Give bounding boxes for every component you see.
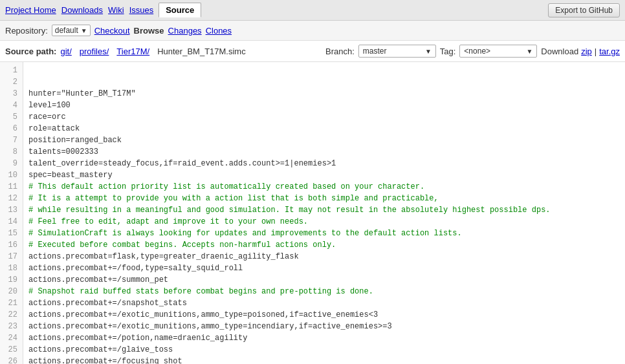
code-area: 1234567891011121314151617181920212223242…: [0, 62, 625, 364]
download-sep: |: [595, 47, 597, 56]
wiki-link[interactable]: Wiki: [108, 5, 124, 15]
code-line: actions.precombat+=/potion,name=draenic_…: [28, 332, 620, 344]
branch-tag-section: Branch: master ▼ Tag: <none> ▼: [325, 45, 537, 58]
code-line: # while resulting in a meaningful and go…: [28, 204, 620, 216]
line-number: 26: [3, 356, 17, 364]
line-number: 5: [3, 111, 17, 123]
browse-link[interactable]: Browse: [134, 26, 164, 36]
line-number: 6: [3, 123, 17, 134]
repository-value: default: [55, 26, 78, 35]
code-line: # SimulationCraft is always looking for …: [28, 228, 620, 239]
code-line: talent_override=steady_focus,if=raid_eve…: [28, 158, 620, 169]
code-line: actions.precombat+=/summon_pet: [28, 274, 620, 286]
code-line: role=attack: [28, 123, 620, 134]
checkout-link[interactable]: Checkout: [94, 26, 130, 36]
line-number: 2: [3, 76, 17, 88]
line-number: 3: [3, 88, 17, 100]
code-line: actions.precombat+=/food,type=salty_squi…: [28, 262, 620, 274]
tag-select[interactable]: <none> ▼: [459, 45, 537, 58]
downloads-link[interactable]: Downloads: [61, 5, 103, 15]
repository-bar: Repository: default ▼ Checkout Browse Ch…: [0, 21, 625, 41]
code-line: actions.precombat+=/focusing_shot: [28, 356, 620, 364]
code-line: actions.precombat+=/exotic_munitions,amm…: [28, 321, 620, 332]
code-line: # It is a attempt to provide you with a …: [28, 193, 620, 204]
branch-label: Branch:: [325, 47, 355, 56]
top-navigation: Project Home Downloads Wiki Issues Sourc…: [0, 0, 625, 21]
line-number: 14: [3, 216, 17, 228]
line-number: 10: [3, 169, 17, 181]
branch-value: master: [363, 47, 387, 56]
line-number: 7: [3, 134, 17, 146]
line-number: 8: [3, 146, 17, 158]
line-number: 4: [3, 100, 17, 111]
code-line: actions.precombat=flask,type=greater_dra…: [28, 251, 620, 262]
line-number: 19: [3, 274, 17, 286]
tag-value: <none>: [464, 47, 490, 56]
code-line: position=ranged_back: [28, 134, 620, 146]
clones-link[interactable]: Clones: [206, 26, 232, 36]
code-line: actions.precombat+=/glaive_toss: [28, 344, 620, 356]
code-line: # Feel free to edit, adapt and improve i…: [28, 216, 620, 228]
line-number: 24: [3, 332, 17, 344]
line-number: 16: [3, 239, 17, 251]
source-tab[interactable]: Source: [159, 3, 201, 17]
branch-dropdown-arrow: ▼: [425, 48, 432, 55]
download-section: Download zip | tar.gz: [541, 47, 620, 56]
line-number: 11: [3, 181, 17, 193]
issues-link[interactable]: Issues: [129, 5, 154, 15]
line-number: 20: [3, 286, 17, 297]
line-number: 1: [3, 65, 17, 76]
zip-link[interactable]: zip: [581, 47, 592, 56]
line-number: 9: [3, 158, 17, 169]
line-number: 12: [3, 193, 17, 204]
code-line: race=orc: [28, 111, 620, 123]
tier17m-path-link[interactable]: Tier17M/: [116, 47, 149, 56]
source-path-label: Source path:: [5, 47, 56, 56]
export-github-button[interactable]: Export to GitHub: [548, 3, 620, 17]
line-number: 25: [3, 344, 17, 356]
line-number: 17: [3, 251, 17, 262]
code-line: actions.precombat+=/exotic_munitions,amm…: [28, 309, 620, 321]
line-number: 15: [3, 228, 17, 239]
profiles-path-link[interactable]: profiles/: [80, 47, 109, 56]
code-line: # Executed before combat begins. Accepts…: [28, 239, 620, 251]
code-line: hunter="Hunter_BM_T17M": [28, 88, 620, 100]
repository-label: Repository:: [5, 26, 48, 36]
code-line: # Snapshot raid buffed stats before comb…: [28, 286, 620, 297]
code-line: # This default action priority list is a…: [28, 181, 620, 193]
line-numbers: 1234567891011121314151617181920212223242…: [0, 62, 23, 364]
repository-select[interactable]: default ▼: [52, 25, 91, 36]
code-line: actions.precombat+=/snapshot_stats: [28, 297, 620, 309]
git-path-link[interactable]: git/: [60, 47, 71, 56]
branch-select[interactable]: master ▼: [358, 45, 436, 58]
repo-dropdown-arrow: ▼: [81, 27, 87, 34]
code-content: hunter="Hunter_BM_T17M"level=100race=orc…: [23, 62, 625, 364]
targz-link[interactable]: tar.gz: [599, 47, 620, 56]
line-number: 13: [3, 204, 17, 216]
code-line: talents=0002333: [28, 146, 620, 158]
line-number: 23: [3, 321, 17, 332]
code-line: spec=beast_mastery: [28, 169, 620, 181]
changes-link[interactable]: Changes: [168, 26, 202, 36]
filename-text: Hunter_BM_T17M.simc: [157, 47, 246, 56]
line-number: 22: [3, 309, 17, 321]
download-label: Download: [541, 47, 578, 56]
project-home-link[interactable]: Project Home: [5, 5, 56, 15]
code-line: level=100: [28, 100, 620, 111]
tag-label: Tag:: [440, 47, 456, 56]
tag-dropdown-arrow: ▼: [526, 48, 532, 55]
line-number: 18: [3, 262, 17, 274]
line-number: 21: [3, 297, 17, 309]
source-path-bar: Source path: git/ profiles/ Tier17M/ Hun…: [0, 41, 625, 62]
